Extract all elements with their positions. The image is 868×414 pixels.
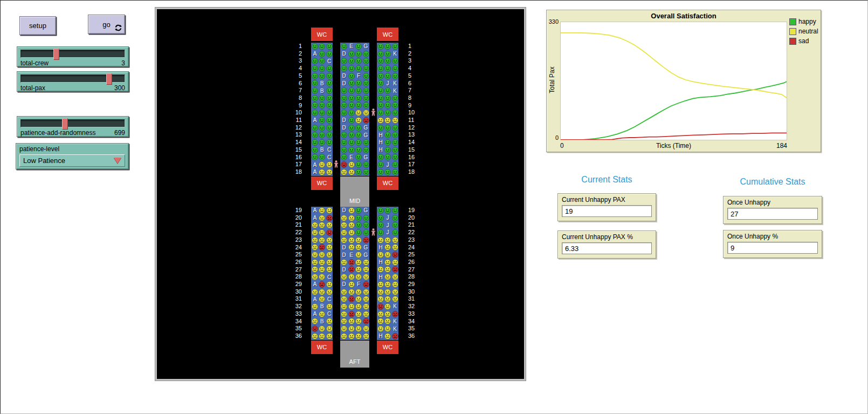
seat <box>312 273 319 281</box>
chooser-dropdown[interactable]: Low Patience <box>19 154 125 167</box>
seat: C <box>326 146 333 154</box>
seat <box>362 310 369 318</box>
seat <box>319 131 326 139</box>
seat <box>319 295 326 303</box>
row-number-left: 17 <box>289 161 302 168</box>
slider-handle[interactable] <box>62 118 68 130</box>
mid-galley: MID <box>340 177 369 207</box>
seat <box>319 50 326 58</box>
empty-seat-label: J <box>387 229 389 235</box>
empty-seat-label: D <box>342 252 346 258</box>
patience-level-chooser[interactable]: patience-level Low Patience <box>16 143 129 169</box>
seat <box>377 65 384 72</box>
seat <box>348 236 355 244</box>
setup-button[interactable]: setup <box>19 16 56 35</box>
slider-handle[interactable] <box>106 73 112 85</box>
slider-track[interactable] <box>20 74 125 83</box>
seat <box>319 266 326 274</box>
row-number-right: 21 <box>408 221 421 229</box>
seat <box>341 65 348 72</box>
seat <box>326 207 333 214</box>
seat <box>341 310 348 318</box>
seat <box>362 109 369 117</box>
seat <box>319 273 326 281</box>
row-number-right: 15 <box>408 146 421 154</box>
seat <box>377 124 384 132</box>
lavatory-aft-right: WC <box>377 341 398 354</box>
row-number-right: 5 <box>408 72 421 80</box>
empty-seat-label: C <box>327 147 331 153</box>
seat <box>391 207 398 214</box>
seat <box>391 154 398 161</box>
seat <box>362 221 369 229</box>
seat <box>348 168 355 176</box>
seat: B <box>319 87 326 94</box>
empty-seat-label: K <box>393 88 397 94</box>
row-number-right: 14 <box>408 139 421 146</box>
plot-line-happy <box>561 82 787 140</box>
empty-seat-label: K <box>393 80 397 86</box>
seat <box>312 251 319 259</box>
empty-seat-label: D <box>342 117 346 123</box>
seat: A <box>312 117 319 124</box>
seat <box>326 266 333 274</box>
seat <box>326 214 333 222</box>
go-button[interactable]: go <box>88 15 125 34</box>
seat <box>384 57 391 65</box>
row-number-right: 7 <box>408 87 421 94</box>
monitor-value: 9 <box>727 242 818 254</box>
seat <box>348 310 355 318</box>
monitor-label: Current Unhappy PAX <box>562 196 652 203</box>
seat <box>362 266 369 274</box>
empty-seat-label: G <box>364 43 368 49</box>
seat: K <box>391 325 398 332</box>
seat: K <box>391 303 398 310</box>
seat <box>326 229 333 236</box>
seat: H <box>377 332 384 340</box>
once-unhappy-pct-monitor: Once Unhappy % 9 <box>723 230 822 258</box>
seat <box>355 168 362 176</box>
setup-button-label: setup <box>29 22 46 30</box>
seat <box>377 94 384 102</box>
seat <box>355 273 362 281</box>
empty-seat-label: G <box>364 125 368 131</box>
seat <box>391 65 398 72</box>
seat <box>348 325 355 332</box>
world-view[interactable]: WCWCWCWCMIDWCWCAFT11EG22ADK33C4455DF66BD… <box>157 9 524 379</box>
seat <box>348 80 355 87</box>
monitor-label: Once Unhappy <box>727 199 818 206</box>
seat <box>319 229 326 236</box>
empty-seat-label: B <box>320 303 324 309</box>
y-axis-title: Total Pax <box>548 58 556 101</box>
empty-seat-label: E <box>349 43 353 49</box>
seat <box>391 109 398 117</box>
empty-seat-label: A <box>313 281 317 287</box>
total-pax-slider[interactable]: total-pax 300 <box>17 71 129 92</box>
slider-track[interactable] <box>20 119 125 127</box>
row-number-right: 32 <box>408 303 421 310</box>
empty-seat-label: J <box>387 162 389 168</box>
slider-value: 699 <box>114 129 125 137</box>
seat <box>384 332 391 340</box>
empty-seat-label: H <box>378 132 382 138</box>
seat <box>341 57 348 65</box>
seat <box>341 236 348 244</box>
seat <box>377 266 384 274</box>
patience-add-randomness-slider[interactable]: patience-add-randomness 699 <box>17 116 129 137</box>
empty-seat-label: H <box>378 139 382 145</box>
seat <box>326 109 333 117</box>
seat <box>312 266 319 274</box>
slider-track[interactable] <box>20 50 125 58</box>
seat <box>377 325 384 332</box>
seat: A <box>312 207 319 214</box>
seat <box>355 236 362 244</box>
total-crew-slider[interactable]: total-crew 3 <box>17 46 129 67</box>
seat <box>348 266 355 274</box>
seat <box>326 72 333 80</box>
slider-handle[interactable] <box>53 49 59 60</box>
seat <box>312 72 319 80</box>
seat <box>341 146 348 154</box>
empty-seat-label: A <box>313 169 317 175</box>
seat <box>312 288 319 296</box>
y-axis-min-label: 0 <box>547 134 559 141</box>
